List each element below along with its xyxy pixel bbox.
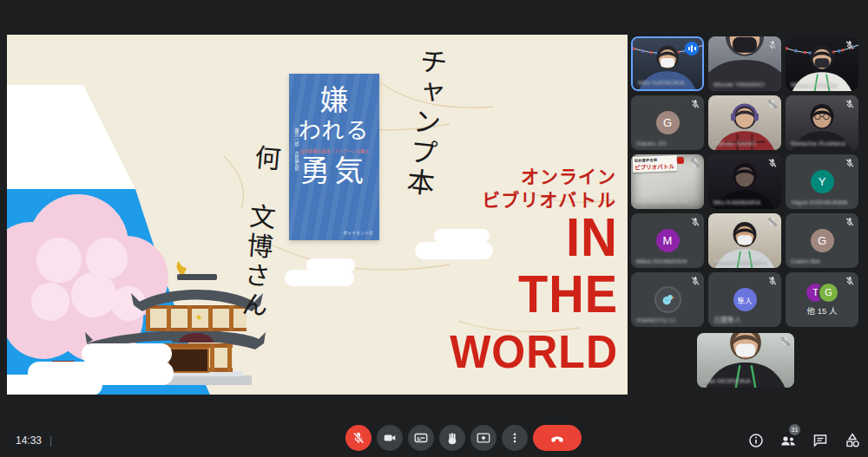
clock-text: 14:33: [16, 434, 42, 447]
mic-off-icon: [767, 217, 778, 227]
mic-muted-button[interactable]: [345, 425, 372, 451]
book-tagline: 自己啓発の源流「アドラー」の教え: [289, 147, 379, 153]
participant-tile[interactable]: Mio KAMBARA: [708, 154, 781, 209]
book-title-mid: われる: [289, 118, 379, 144]
participant-name: Gauru JO: [636, 140, 667, 147]
avatar: G: [656, 111, 680, 134]
participant-tile[interactable]: Masaki KAWADA: [708, 213, 781, 268]
end-call-icon: [549, 429, 566, 447]
headline: IN THE WORLD: [450, 208, 618, 381]
participant-tile[interactable]: 隼人 古: [708, 272, 781, 327]
participant-tile[interactable]: G Ga: [786, 213, 858, 268]
whiteboard-sign: 知的書評合戦 ビブリオバトル: [633, 155, 678, 173]
raise-hand-button[interactable]: [439, 425, 465, 451]
avatar-letter: G: [663, 116, 672, 129]
participant-name: 古関隼人: [713, 315, 741, 324]
avatar-letter: 隼人: [737, 295, 752, 305]
participant-grid: MIU KATAOKA: [631, 36, 858, 327]
book-title-top: 嫌: [289, 85, 379, 116]
participant-count-badge: 31: [789, 424, 800, 435]
avatar-letter: G: [818, 234, 826, 247]
overflow-count-label: 他 15 人: [807, 304, 838, 317]
mic-off-icon: [845, 158, 855, 168]
avatar: M: [656, 229, 680, 252]
participant-name: Natacha Rosiland: [791, 140, 845, 147]
participant-tile[interactable]: Natacha Rosiland: [786, 95, 858, 150]
whiteboard-sign-title: ビブリオバトル: [635, 161, 675, 172]
camera-button[interactable]: [377, 425, 403, 451]
call-controls: [345, 425, 582, 451]
bird-icon: [661, 292, 675, 307]
avatar-letter: M: [663, 234, 673, 247]
meet-window: チャンプ本 何 文博さん 嫌 われる 自己啓発の源流「アドラー」の教え 勇気 岸…: [0, 0, 868, 457]
meeting-panels: 31: [747, 432, 861, 449]
mic-off-icon: [690, 158, 700, 168]
shared-screen-slide: チャンプ本 何 文博さん 嫌 われる 自己啓発の源流「アドラー」の教え 勇気 岸…: [7, 35, 628, 395]
headline-line2: THE: [450, 266, 618, 323]
mic-off-icon: [767, 40, 778, 50]
participant-tile[interactable]: MIU KATAOKA: [631, 36, 704, 91]
audio-active-icon: [685, 42, 699, 55]
participant-name: Mizuki YAMANO: [713, 81, 765, 88]
event-line1: オンライン: [482, 165, 616, 188]
camera-icon: [382, 430, 398, 446]
mic-off-icon: [767, 158, 778, 168]
participant-tile[interactable]: 知的書評合戦 ビブリオバトル: [631, 154, 704, 209]
present-screen-button[interactable]: [470, 425, 496, 451]
participant-name: Mio KAMBARA: [713, 199, 760, 206]
avatar: [654, 286, 681, 313]
mic-off-icon: [690, 217, 700, 227]
participant-name: MIU KATAOKA: [638, 79, 685, 87]
participant-tile[interactable]: M Mi: [631, 213, 704, 268]
participant-name: Masaki KAWADA: [713, 258, 767, 265]
chat-panel-button[interactable]: [812, 432, 829, 449]
participant-name: Rio NAKAMICHI: [636, 199, 687, 206]
meeting-details-button[interactable]: [747, 432, 765, 449]
overflow-avatar-2: G: [819, 284, 838, 302]
avatar: 隼人: [733, 288, 757, 311]
book-publisher: ダイヤモンド社: [343, 229, 373, 235]
participant-tile[interactable]: Haruto SANO: [708, 95, 781, 150]
participant-name: Misaki HONDA: [791, 81, 838, 88]
activities-panel-button[interactable]: [844, 432, 861, 449]
participants-panel-button[interactable]: 31: [779, 432, 797, 449]
avatar-letter: Y: [819, 175, 826, 188]
participant-tile[interactable]: G Ga: [631, 95, 704, 150]
book-authors: 岸見一郎 古賀史健: [293, 127, 300, 171]
mic-off-icon: [780, 336, 791, 347]
mic-off-icon: [845, 99, 855, 109]
participant-tile[interactable]: T G 他 15 人 他 15 人: [786, 272, 858, 327]
present-screen-icon: [476, 430, 491, 446]
more-options-icon: [507, 430, 523, 446]
mic-off-icon: [690, 276, 700, 286]
participant-name: Yayoi KISHIKAWA: [791, 199, 848, 206]
event-title: オンライン ビブリオバトル: [482, 165, 616, 212]
participant-name: Gakin BA: [791, 258, 820, 265]
participant-name: XIANGYU LI: [636, 317, 675, 324]
participant-tile[interactable]: Saki MORIOKA: [697, 333, 794, 388]
participant-tile[interactable]: XIANGYU LI: [631, 272, 704, 327]
more-options-button[interactable]: [502, 425, 528, 451]
mic-muted-icon: [352, 431, 365, 445]
participant-name: Saki MORIOKA: [702, 377, 751, 385]
participant-tile[interactable]: Misaki HONDA: [786, 36, 858, 91]
participant-name: Mika ISHIBASHI: [636, 258, 687, 265]
participant-tile[interactable]: Mizuki YAMANO: [708, 36, 781, 91]
chat-icon: [812, 433, 828, 448]
biblio-logo-icon: [677, 157, 684, 164]
mic-off-icon: [767, 276, 778, 286]
activities-icon: [845, 433, 860, 448]
mic-off-icon: [767, 99, 778, 109]
info-icon: [748, 433, 764, 448]
end-call-button[interactable]: [533, 425, 582, 451]
book-cover: 嫌 われる 自己啓発の源流「アドラー」の教え 勇気 岸見一郎 古賀史健 ダイヤモ…: [289, 74, 379, 240]
captions-button[interactable]: [408, 425, 434, 451]
headline-line3: WORLD: [450, 323, 618, 381]
raise-hand-icon: [444, 430, 460, 446]
avatar: G: [811, 229, 834, 252]
participant-tile[interactable]: Y Ya: [786, 154, 858, 209]
self-view-area: Saki MORIOKA: [697, 333, 794, 388]
mic-off-icon: [845, 40, 855, 50]
captions-icon: [413, 430, 429, 446]
mic-off-icon: [845, 217, 855, 227]
